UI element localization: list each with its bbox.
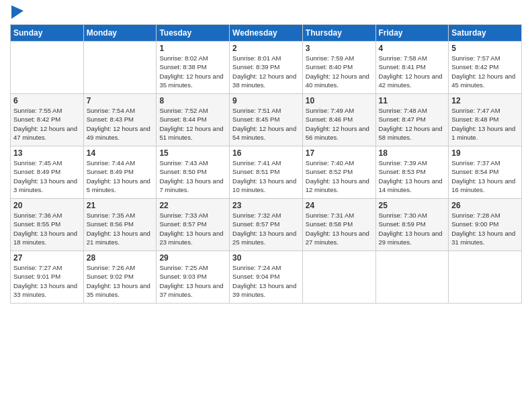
calendar-cell: 6Sunrise: 7:55 AMSunset: 8:42 PMDaylight…	[11, 94, 84, 146]
day-number: 11	[379, 96, 446, 105]
calendar-page: SundayMondayTuesdayWednesdayThursdayFrid…	[0, 0, 532, 411]
calendar-cell: 18Sunrise: 7:39 AMSunset: 8:53 PMDayligh…	[375, 146, 449, 199]
calendar-cell: 13Sunrise: 7:45 AMSunset: 8:49 PMDayligh…	[11, 146, 84, 199]
day-info: Sunrise: 7:54 AMSunset: 8:43 PMDaylight:…	[87, 106, 154, 142]
header-wednesday: Wednesday	[230, 25, 303, 42]
day-info: Sunrise: 7:36 AMSunset: 8:55 PMDaylight:…	[13, 211, 81, 246]
day-info: Sunrise: 7:51 AMSunset: 8:45 PMDaylight:…	[232, 106, 300, 142]
day-number: 20	[13, 201, 81, 210]
calendar-cell: 7Sunrise: 7:54 AMSunset: 8:43 PMDaylight…	[83, 94, 157, 146]
calendar-cell: 28Sunrise: 7:26 AMSunset: 9:02 PMDayligh…	[83, 251, 157, 304]
calendar-cell: 5Sunrise: 7:57 AMSunset: 8:42 PMDaylight…	[449, 42, 522, 94]
day-number: 27	[13, 253, 81, 263]
day-number: 15	[159, 148, 226, 158]
day-number: 29	[159, 253, 226, 263]
day-info: Sunrise: 7:39 AMSunset: 8:53 PMDaylight:…	[379, 158, 446, 194]
day-info: Sunrise: 7:33 AMSunset: 8:57 PMDaylight:…	[159, 211, 226, 246]
day-info: Sunrise: 7:58 AMSunset: 8:41 PMDaylight:…	[379, 54, 446, 89]
day-info: Sunrise: 7:48 AMSunset: 8:47 PMDaylight:…	[379, 106, 446, 142]
calendar-cell: 12Sunrise: 7:47 AMSunset: 8:48 PMDayligh…	[449, 94, 522, 146]
week-row-3: 20Sunrise: 7:36 AMSunset: 8:55 PMDayligh…	[11, 199, 522, 251]
day-number: 13	[13, 148, 81, 158]
day-number: 6	[13, 96, 81, 105]
day-info: Sunrise: 7:24 AMSunset: 9:04 PMDaylight:…	[232, 263, 300, 299]
day-number: 26	[451, 201, 519, 210]
day-info: Sunrise: 8:01 AMSunset: 8:39 PMDaylight:…	[232, 54, 300, 89]
day-number: 19	[451, 148, 519, 158]
calendar-cell: 17Sunrise: 7:40 AMSunset: 8:52 PMDayligh…	[302, 146, 375, 199]
logo-icon	[11, 5, 24, 19]
day-info: Sunrise: 7:59 AMSunset: 8:40 PMDaylight:…	[306, 54, 373, 89]
day-number: 10	[306, 96, 373, 105]
day-number: 23	[232, 201, 300, 210]
header-friday: Friday	[375, 25, 449, 42]
calendar-cell: 16Sunrise: 7:41 AMSunset: 8:51 PMDayligh…	[230, 146, 303, 199]
svg-marker-0	[11, 5, 24, 19]
day-number: 4	[379, 44, 446, 53]
day-info: Sunrise: 7:32 AMSunset: 8:57 PMDaylight:…	[232, 211, 300, 246]
calendar-cell: 4Sunrise: 7:58 AMSunset: 8:41 PMDaylight…	[375, 42, 449, 94]
day-info: Sunrise: 8:02 AMSunset: 8:38 PMDaylight:…	[159, 54, 226, 89]
day-number: 7	[87, 96, 154, 105]
calendar-cell: 3Sunrise: 7:59 AMSunset: 8:40 PMDaylight…	[302, 42, 375, 94]
header-monday: Monday	[83, 25, 157, 42]
day-info: Sunrise: 7:30 AMSunset: 8:59 PMDaylight:…	[379, 211, 446, 246]
header-saturday: Saturday	[449, 25, 522, 42]
day-info: Sunrise: 7:43 AMSunset: 8:50 PMDaylight:…	[159, 158, 226, 194]
day-number: 12	[451, 96, 519, 105]
day-number: 25	[379, 201, 446, 210]
calendar-cell: 25Sunrise: 7:30 AMSunset: 8:59 PMDayligh…	[375, 199, 449, 251]
day-info: Sunrise: 7:45 AMSunset: 8:49 PMDaylight:…	[13, 158, 81, 194]
week-row-0: 1Sunrise: 8:02 AMSunset: 8:38 PMDaylight…	[11, 42, 522, 94]
calendar-cell	[449, 251, 522, 304]
header-sunday: Sunday	[11, 25, 84, 42]
day-number: 18	[379, 148, 446, 158]
day-number: 2	[232, 44, 300, 53]
day-info: Sunrise: 7:41 AMSunset: 8:51 PMDaylight:…	[232, 158, 300, 194]
week-row-2: 13Sunrise: 7:45 AMSunset: 8:49 PMDayligh…	[11, 146, 522, 199]
day-number: 5	[451, 44, 519, 53]
calendar-cell: 9Sunrise: 7:51 AMSunset: 8:45 PMDaylight…	[230, 94, 303, 146]
calendar-cell: 26Sunrise: 7:28 AMSunset: 9:00 PMDayligh…	[449, 199, 522, 251]
calendar-cell: 19Sunrise: 7:37 AMSunset: 8:54 PMDayligh…	[449, 146, 522, 199]
day-number: 8	[159, 96, 226, 105]
day-number: 30	[232, 253, 300, 263]
day-info: Sunrise: 7:26 AMSunset: 9:02 PMDaylight:…	[87, 263, 154, 299]
day-info: Sunrise: 7:44 AMSunset: 8:49 PMDaylight:…	[87, 158, 154, 194]
day-info: Sunrise: 7:52 AMSunset: 8:44 PMDaylight:…	[159, 106, 226, 142]
calendar-cell: 29Sunrise: 7:25 AMSunset: 9:03 PMDayligh…	[157, 251, 230, 304]
day-number: 14	[87, 148, 154, 158]
calendar-table: SundayMondayTuesdayWednesdayThursdayFrid…	[10, 24, 522, 304]
day-info: Sunrise: 7:25 AMSunset: 9:03 PMDaylight:…	[159, 263, 226, 299]
calendar-cell: 21Sunrise: 7:35 AMSunset: 8:56 PMDayligh…	[83, 199, 157, 251]
calendar-cell	[302, 251, 375, 304]
day-info: Sunrise: 7:55 AMSunset: 8:42 PMDaylight:…	[13, 106, 81, 142]
day-number: 24	[306, 201, 373, 210]
day-info: Sunrise: 7:28 AMSunset: 9:00 PMDaylight:…	[451, 211, 519, 246]
day-number: 1	[159, 44, 226, 53]
calendar-cell: 24Sunrise: 7:31 AMSunset: 8:58 PMDayligh…	[302, 199, 375, 251]
calendar-cell: 23Sunrise: 7:32 AMSunset: 8:57 PMDayligh…	[230, 199, 303, 251]
day-number: 9	[232, 96, 300, 105]
calendar-cell	[11, 42, 84, 94]
calendar-cell: 14Sunrise: 7:44 AMSunset: 8:49 PMDayligh…	[83, 146, 157, 199]
week-row-4: 27Sunrise: 7:27 AMSunset: 9:01 PMDayligh…	[11, 251, 522, 304]
day-info: Sunrise: 7:57 AMSunset: 8:42 PMDaylight:…	[451, 54, 519, 89]
calendar-cell: 20Sunrise: 7:36 AMSunset: 8:55 PMDayligh…	[11, 199, 84, 251]
header-tuesday: Tuesday	[157, 25, 230, 42]
calendar-cell: 2Sunrise: 8:01 AMSunset: 8:39 PMDaylight…	[230, 42, 303, 94]
day-number: 21	[87, 201, 154, 210]
week-row-1: 6Sunrise: 7:55 AMSunset: 8:42 PMDaylight…	[11, 94, 522, 146]
day-number: 16	[232, 148, 300, 158]
calendar-cell	[83, 42, 157, 94]
calendar-cell: 22Sunrise: 7:33 AMSunset: 8:57 PMDayligh…	[157, 199, 230, 251]
calendar-cell: 30Sunrise: 7:24 AMSunset: 9:04 PMDayligh…	[230, 251, 303, 304]
calendar-cell: 10Sunrise: 7:49 AMSunset: 8:46 PMDayligh…	[302, 94, 375, 146]
day-number: 17	[306, 148, 373, 158]
header	[10, 7, 522, 19]
day-number: 22	[159, 201, 226, 210]
calendar-cell: 8Sunrise: 7:52 AMSunset: 8:44 PMDaylight…	[157, 94, 230, 146]
day-info: Sunrise: 7:37 AMSunset: 8:54 PMDaylight:…	[451, 158, 519, 194]
calendar-cell: 11Sunrise: 7:48 AMSunset: 8:47 PMDayligh…	[375, 94, 449, 146]
calendar-cell	[375, 251, 449, 304]
